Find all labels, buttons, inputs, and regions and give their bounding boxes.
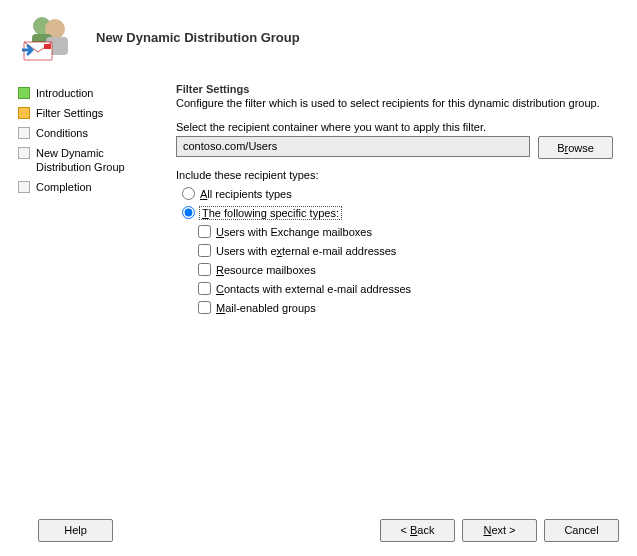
sidebar-item-label: New Dynamic Distribution Group [36, 146, 158, 174]
next-button[interactable]: Next > [462, 519, 537, 542]
sidebar-item-conditions: Conditions [18, 123, 158, 143]
back-button[interactable]: < Back [380, 519, 455, 542]
browse-label: Browse [557, 142, 594, 154]
cancel-button[interactable]: Cancel [544, 519, 619, 542]
sidebar-item-introduction: Introduction [18, 83, 158, 103]
radio-specific-types-input[interactable] [182, 206, 195, 219]
check-resource-mailboxes-label: Resource mailboxes [216, 264, 316, 276]
check-contacts-external[interactable]: Contacts with external e-mail addresses [198, 280, 613, 297]
step-status-icon [18, 87, 30, 99]
help-button[interactable]: Help [38, 519, 113, 542]
sidebar-item-filter-settings: Filter Settings [18, 103, 158, 123]
sidebar-item-label: Conditions [36, 126, 88, 140]
svg-rect-5 [44, 44, 51, 49]
panel-description: Configure the filter which is used to se… [176, 97, 613, 109]
sidebar-item-completion: Completion [18, 177, 158, 197]
check-mail-enabled-groups[interactable]: Mail-enabled groups [198, 299, 613, 316]
wizard-sidebar: Introduction Filter Settings Conditions … [18, 75, 158, 495]
check-exchange-mailboxes[interactable]: Users with Exchange mailboxes [198, 223, 613, 240]
check-resource-mailboxes-input[interactable] [198, 263, 211, 276]
radio-specific-types-label: The following specific types: [200, 207, 341, 219]
step-status-icon [18, 107, 30, 119]
check-resource-mailboxes[interactable]: Resource mailboxes [198, 261, 613, 278]
radio-all-recipients[interactable]: AAll recipients typesll recipients types [182, 185, 613, 202]
sidebar-item-label: Filter Settings [36, 106, 103, 120]
check-exchange-mailboxes-label: Users with Exchange mailboxes [216, 226, 372, 238]
back-label: < Back [401, 524, 435, 536]
check-contacts-external-input[interactable] [198, 282, 211, 295]
radio-all-recipients-label: AAll recipients typesll recipients types [200, 188, 292, 200]
wizard-header: New Dynamic Distribution Group [0, 0, 637, 75]
check-external-users[interactable]: Users with external e-mail addresses [198, 242, 613, 259]
sidebar-item-label: Introduction [36, 86, 93, 100]
recipient-container-field: contoso.com/Users [176, 136, 530, 157]
check-external-users-input[interactable] [198, 244, 211, 257]
check-mail-enabled-groups-label: Mail-enabled groups [216, 302, 316, 314]
include-types-label: Include these recipient types: [176, 169, 613, 181]
step-status-icon [18, 181, 30, 193]
step-status-icon [18, 147, 30, 159]
check-contacts-external-label: Contacts with external e-mail addresses [216, 283, 411, 295]
radio-specific-types[interactable]: The following specific types: [182, 204, 613, 221]
wizard-icon [22, 12, 76, 62]
step-status-icon [18, 127, 30, 139]
next-label: Next > [483, 524, 515, 536]
panel-title: Filter Settings [176, 83, 613, 95]
wizard-main-panel: Filter Settings Configure the filter whi… [158, 75, 619, 495]
check-mail-enabled-groups-input[interactable] [198, 301, 211, 314]
wizard-footer: Help < Back Next > Cancel [0, 504, 637, 556]
browse-button[interactable]: Browse [538, 136, 613, 159]
wizard-title: New Dynamic Distribution Group [96, 30, 300, 45]
radio-all-recipients-input[interactable] [182, 187, 195, 200]
check-external-users-label: Users with external e-mail addresses [216, 245, 396, 257]
sidebar-item-label: Completion [36, 180, 92, 194]
sidebar-item-new-dynamic-distribution-group: New Dynamic Distribution Group [18, 143, 158, 177]
container-label: Select the recipient container where you… [176, 121, 613, 133]
check-exchange-mailboxes-input[interactable] [198, 225, 211, 238]
